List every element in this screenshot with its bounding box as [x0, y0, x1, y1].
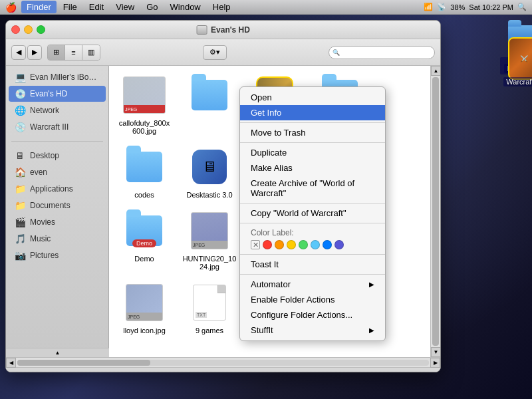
- sidebar-item-pictures[interactable]: 📷 Pictures: [9, 247, 106, 263]
- scroll-up-button[interactable]: ▲: [431, 66, 441, 76]
- sidebar-desktop-label: Desktop: [30, 151, 59, 160]
- color-green[interactable]: [299, 240, 308, 249]
- file-item[interactable]: Demo Demo: [114, 207, 174, 273]
- scroll-down-button[interactable]: ▼: [431, 347, 441, 357]
- menu-file[interactable]: File: [58, 1, 82, 13]
- file-item[interactable]: codes: [114, 143, 174, 201]
- color-orange[interactable]: [275, 240, 284, 249]
- sidebar-item-evanshd[interactable]: 💿 Evan's HD: [9, 86, 106, 102]
- menu-edit[interactable]: Edit: [84, 1, 109, 13]
- ctx-automator[interactable]: Automator ▶: [240, 277, 385, 292]
- ctx-enable-folder-actions[interactable]: Enable Folder Actions: [240, 292, 385, 307]
- nav-buttons: ◀ ▶: [11, 45, 42, 60]
- close-button[interactable]: [11, 25, 20, 34]
- color-purple[interactable]: [334, 240, 344, 249]
- ctx-stuffit[interactable]: StuffIt ▶: [240, 323, 385, 338]
- sidebar-warcraft3-label: Warcraft III: [30, 122, 68, 132]
- icon-view-button[interactable]: ⊞: [48, 45, 65, 60]
- forward-button[interactable]: ▶: [27, 45, 42, 60]
- minimize-button[interactable]: [24, 25, 33, 34]
- color-indigo[interactable]: [323, 240, 332, 249]
- music-icon: 🎵: [14, 233, 26, 245]
- desktop-sidebar-icon: 🖥: [14, 150, 26, 162]
- desktop-icon-warcraft[interactable]: ⚔️ Warcraft III: [497, 40, 532, 89]
- view-buttons: ⊞ ≡ ▥: [47, 45, 100, 61]
- hscroll-thumb[interactable]: [17, 360, 150, 366]
- sidebar-item-even[interactable]: 🏠 even: [9, 164, 106, 180]
- search-icon: 🔍: [332, 49, 340, 56]
- signal-icon: 📶: [424, 3, 433, 11]
- file-item[interactable]: 🖥 Desktastic 3.0: [180, 143, 239, 201]
- ctx-color-labels: ✕: [240, 237, 385, 252]
- color-none[interactable]: ✕: [251, 240, 260, 249]
- title-bar: Evan's HD: [6, 21, 440, 39]
- context-menu: Open Get Info Move to Trash Duplicate Ma…: [239, 86, 386, 341]
- sidebar-item-movies[interactable]: 🎬 Movies: [9, 214, 106, 230]
- hscroll-right-button[interactable]: ▶: [430, 358, 440, 368]
- file-item[interactable]: TXT 9 games: [180, 279, 239, 345]
- sidebar-item-music[interactable]: 🎵 Music: [9, 231, 106, 247]
- menu-help[interactable]: Help: [207, 1, 236, 13]
- vertical-scrollbar[interactable]: ▲ ▼: [430, 66, 440, 357]
- ctx-create-archive[interactable]: Create Archive of "World of Warcraft": [240, 176, 385, 201]
- status-bar: 1 of 33 selected, 2.74 GB available: [6, 367, 440, 372]
- spotlight-icon[interactable]: 🔍: [517, 3, 527, 11]
- evanshd-sidebar-icon: 💿: [14, 88, 26, 100]
- sidebar-item-documents[interactable]: 📁 Documents: [9, 198, 106, 213]
- warcraft-icon-label: Warcraft III: [503, 77, 532, 86]
- ctx-duplicate[interactable]: Duplicate: [240, 145, 385, 160]
- ibook-icon: 💻: [14, 71, 26, 83]
- ctx-divider: [240, 142, 385, 143]
- sidebar-scroll-up[interactable]: ▲: [6, 348, 109, 357]
- file-item[interactable]: JPEG lloyd icon.jpg: [114, 279, 174, 345]
- file-item[interactable]: JPEG callofduty_800x600.jpg: [114, 71, 174, 138]
- search-input[interactable]: [329, 46, 435, 59]
- ctx-get-info[interactable]: Get Info: [240, 105, 385, 120]
- menu-finder[interactable]: Finder: [21, 1, 57, 13]
- menu-window[interactable]: Window: [165, 1, 206, 13]
- sidebar-evanshd-label: Evan's HD: [30, 89, 67, 98]
- apple-menu[interactable]: 🍎: [5, 2, 16, 13]
- ctx-open[interactable]: Open: [240, 90, 385, 105]
- maximize-button[interactable]: [37, 25, 45, 34]
- back-button[interactable]: ◀: [11, 45, 26, 60]
- sidebar-music-label: Music: [30, 234, 51, 243]
- menu-view[interactable]: View: [110, 1, 140, 13]
- menu-go[interactable]: Go: [141, 1, 163, 13]
- applications-icon: 📁: [14, 183, 26, 195]
- ctx-make-alias[interactable]: Make Alias: [240, 160, 385, 176]
- ctx-copy[interactable]: Copy "World of Warcraft": [240, 205, 385, 221]
- file-item[interactable]: JPEG HUNTING20_1024.jpg: [180, 207, 239, 273]
- file-icon: [188, 74, 231, 116]
- ctx-toast-it[interactable]: Toast It: [240, 257, 385, 272]
- sidebar-item-network[interactable]: 🌐 Network: [9, 102, 106, 118]
- warcraft-icon-img: ⚔️: [508, 43, 532, 74]
- color-red[interactable]: [263, 240, 272, 249]
- ctx-configure-folder-actions[interactable]: Configure Folder Actions...: [240, 307, 385, 323]
- list-view-button[interactable]: ≡: [65, 45, 82, 60]
- sidebar-applications-label: Applications: [30, 184, 73, 194]
- network-icon: 🌐: [14, 104, 26, 116]
- ctx-divider: [240, 274, 385, 275]
- sidebar-section-places: 🖥 Desktop 🏠 even 📁 Applications 📁 Docume…: [6, 144, 108, 267]
- ctx-move-trash[interactable]: Move to Trash: [240, 125, 385, 140]
- sidebar: 💻 Evan Miller's iBook G4 💿 Evan's HD 🌐 N…: [6, 66, 109, 357]
- column-view-button[interactable]: ▥: [82, 45, 100, 60]
- hscroll-left-button[interactable]: ◀: [6, 358, 16, 368]
- sidebar-item-desktop[interactable]: 🖥 Desktop: [9, 148, 106, 164]
- file-label: Desktastic 3.0: [186, 191, 232, 199]
- file-label: codes: [134, 191, 154, 199]
- file-item[interactable]: [180, 71, 239, 138]
- color-yellow[interactable]: [287, 240, 296, 249]
- sidebar-item-ibook[interactable]: 💻 Evan Miller's iBook G4: [9, 69, 106, 85]
- horizontal-scrollbar[interactable]: ◀ ▶: [6, 357, 440, 367]
- sidebar-network-label: Network: [30, 106, 59, 115]
- sidebar-pictures-label: Pictures: [30, 251, 59, 260]
- sidebar-item-warcraft3[interactable]: 💿 Warcraft III: [9, 119, 106, 135]
- action-button[interactable]: ⚙▾: [203, 45, 227, 60]
- scroll-thumb[interactable]: [432, 77, 439, 346]
- sidebar-item-applications[interactable]: 📁 Applications: [9, 181, 106, 197]
- color-blue[interactable]: [311, 240, 320, 249]
- documents-icon: 📁: [14, 200, 26, 211]
- file-icon: JPEG: [188, 209, 231, 252]
